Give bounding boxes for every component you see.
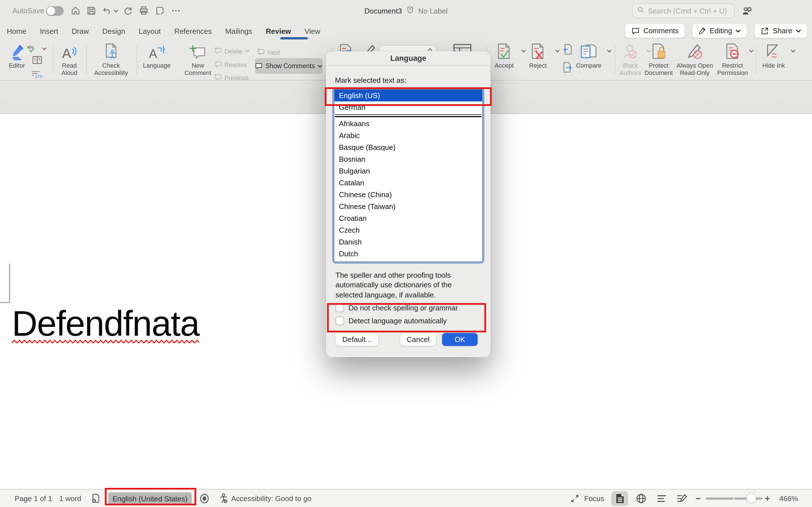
language-option[interactable]: Bosnian <box>335 153 482 165</box>
annotation-highlight-checkboxes <box>327 303 486 332</box>
new-comment-button[interactable]: New Comment <box>182 42 214 77</box>
check-accessibility-button[interactable]: Check Accessibility <box>90 42 132 77</box>
chevron-down-icon[interactable] <box>749 48 754 54</box>
protect-document-icon <box>651 42 666 60</box>
language-icon: A <box>148 42 165 60</box>
search-box[interactable] <box>632 3 735 18</box>
chevron-down-icon <box>245 48 250 54</box>
tab-design[interactable]: Design <box>102 27 125 35</box>
proofing-status-icon[interactable] <box>91 494 100 503</box>
previous-comment-button[interactable]: Previous <box>214 74 249 81</box>
tab-mailings[interactable]: Mailings <box>225 27 252 35</box>
active-tab-indicator <box>280 37 308 40</box>
language-option[interactable]: Czech <box>335 224 482 236</box>
language-option[interactable]: Afrikaans <box>335 118 482 129</box>
draft-view-button[interactable] <box>673 491 690 506</box>
next-comment-button[interactable]: Next <box>257 48 280 56</box>
delete-comment-button[interactable]: Delete <box>214 47 250 55</box>
language-option[interactable]: Chinese (Taiwan) <box>335 201 482 212</box>
reject-button[interactable]: Reject <box>523 42 553 69</box>
language-option[interactable]: Croatian <box>335 212 482 224</box>
restrict-permission-button[interactable]: Restrict Permission <box>714 42 751 77</box>
sensitivity-shield-icon <box>406 5 414 16</box>
language-option[interactable]: Danish <box>335 236 482 248</box>
dictation-icon[interactable] <box>200 494 209 503</box>
resolve-comment-button[interactable]: Resolve <box>214 61 247 68</box>
accessibility-status[interactable]: Accessibility: Good to go <box>231 494 312 503</box>
svg-text:A: A <box>62 46 71 60</box>
tab-home[interactable]: Home <box>7 27 26 35</box>
default-button[interactable]: Default... <box>336 333 378 346</box>
language-option[interactable]: Dutch <box>335 248 482 260</box>
comments-button[interactable]: Comments <box>624 23 685 38</box>
next-change-icon[interactable] <box>563 62 572 76</box>
document-text[interactable]: Defendfnata <box>12 304 199 343</box>
show-comments-button[interactable]: Show Comments <box>255 58 322 74</box>
previous-change-icon[interactable] <box>563 44 572 59</box>
language-option[interactable]: Arabic <box>335 129 482 142</box>
always-open-read-only-button[interactable]: Always Open Read-Only <box>674 42 715 77</box>
web-layout-view-button[interactable] <box>633 491 650 506</box>
language-option[interactable]: Bulgarian <box>335 165 482 177</box>
comment-bubble-icon <box>255 62 262 69</box>
zoom-slider-thumb[interactable] <box>747 494 756 503</box>
zoom-percentage[interactable]: 466% <box>779 494 798 503</box>
language-ribbon-button[interactable]: A Language <box>140 42 174 69</box>
word-count-button[interactable]: 123 <box>31 70 43 81</box>
zoom-in-button[interactable] <box>765 496 770 501</box>
outline-view-button[interactable] <box>653 491 670 506</box>
language-option[interactable]: Basque (Basque) <box>335 142 482 153</box>
thesaurus-button[interactable] <box>31 55 43 68</box>
tab-layout[interactable]: Layout <box>139 27 161 35</box>
svg-text:A: A <box>149 47 157 60</box>
protect-document-button[interactable]: Protect Document <box>641 42 677 77</box>
compare-button[interactable]: Compare <box>572 42 606 69</box>
tab-view[interactable]: View <box>305 27 320 35</box>
chevron-down-icon[interactable] <box>791 48 796 54</box>
dialog-title: Language <box>390 54 426 62</box>
focus-icon[interactable] <box>571 494 579 503</box>
dialog-description: The speller and other proofing tools aut… <box>336 270 477 300</box>
share-button[interactable]: Share <box>754 23 808 38</box>
page-count[interactable]: Page 1 of 1 <box>15 494 52 503</box>
search-input[interactable] <box>648 6 730 15</box>
chevron-down-icon <box>42 46 47 51</box>
tab-review[interactable]: Review <box>266 27 291 35</box>
language-listbox-ring: English (US)GermanAfrikaansArabicBasque … <box>332 87 485 264</box>
tab-references[interactable]: References <box>174 27 212 35</box>
chevron-down-icon[interactable] <box>607 48 612 54</box>
always-open-read-only-icon <box>686 42 703 60</box>
present-online-icon[interactable] <box>740 4 753 17</box>
hide-ink-button[interactable]: Hide Ink <box>758 42 790 69</box>
share-icon <box>760 26 769 35</box>
sensitivity-label[interactable]: No Label <box>418 6 448 15</box>
document-title: Document3 <box>364 6 402 15</box>
svg-text:123: 123 <box>35 74 42 78</box>
read-aloud-button[interactable]: A Read Aloud <box>53 42 86 77</box>
compare-icon <box>580 42 597 60</box>
editing-mode-button[interactable]: Editing <box>692 23 748 38</box>
check-accessibility-icon <box>104 42 118 60</box>
cancel-button[interactable]: Cancel <box>400 333 436 346</box>
tab-insert[interactable]: Insert <box>40 27 58 35</box>
ok-button[interactable]: OK <box>442 333 477 346</box>
language-option[interactable]: Chinese (China) <box>335 189 482 201</box>
language-option[interactable]: Catalan <box>335 177 482 189</box>
accessibility-icon[interactable] <box>219 493 229 504</box>
zoom-out-button[interactable] <box>695 496 701 501</box>
language-listbox[interactable]: English (US)GermanAfrikaansArabicBasque … <box>334 89 483 262</box>
chevron-down-icon <box>796 28 801 34</box>
chevron-down-icon[interactable] <box>555 48 560 54</box>
word-count[interactable]: 1 word <box>59 494 81 503</box>
block-authors-icon <box>622 42 639 60</box>
dialog-titlebar[interactable]: Language <box>326 51 491 66</box>
annotation-highlight-selected-language <box>325 87 492 106</box>
new-comment-icon <box>190 42 206 60</box>
dialog-prompt: Mark selected text as: <box>335 76 406 84</box>
spelling-check-button[interactable]: abc <box>27 44 47 53</box>
tab-draw[interactable]: Draw <box>71 27 89 35</box>
accept-button[interactable]: Accept <box>488 42 520 69</box>
recent-languages-separator <box>335 113 482 118</box>
print-layout-view-button[interactable] <box>611 491 628 506</box>
focus-label[interactable]: Focus <box>584 494 604 503</box>
